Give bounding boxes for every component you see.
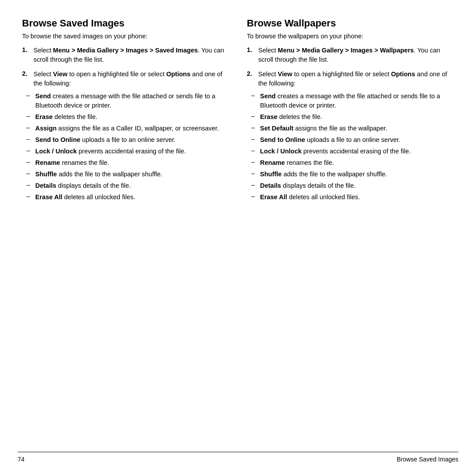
bullet-dash: – (251, 170, 258, 177)
list-item: – Erase deletes the file. (22, 112, 225, 122)
right-intro: To browse the wallpapers on your phone: (247, 33, 450, 40)
left-step-2-content: Select View to open a highlighted file o… (33, 70, 225, 88)
bullet-dash: – (26, 181, 33, 188)
bullet-content: Send to Online uploads a file to an onli… (35, 135, 175, 145)
right-column: Browse Wallpapers To browse the wallpape… (234, 13, 458, 447)
left-section-title: Browse Saved Images (22, 18, 225, 29)
right-step-2: 2. Select View to open a highlighted fil… (247, 70, 450, 204)
list-item: – Send creates a message with the file a… (22, 92, 225, 110)
bullet-dash: – (26, 135, 33, 142)
left-step-2: 2. Select View to open a highlighted fil… (22, 70, 225, 204)
left-numbered-list: 1. Select Menu > Media Gallery > Images … (22, 46, 225, 204)
bullet-dash: – (26, 112, 33, 119)
page-number: 74 (18, 456, 25, 463)
bullet-content: Erase deletes the file. (35, 112, 97, 122)
bullet-content: Erase deletes the file. (260, 112, 322, 122)
bullet-content: Shuffle adds the file to the wallpaper s… (35, 170, 162, 179)
page-footer: 74 Browse Saved Images (18, 452, 458, 463)
list-item: – Erase All deletes all unlocked files. (247, 193, 450, 202)
list-item: – Send to Online uploads a file to an on… (247, 135, 450, 145)
list-item: – Send creates a message with the file a… (247, 92, 450, 110)
left-step-1-content: Select Menu > Media Gallery > Images > S… (33, 46, 225, 64)
bullet-dash: – (251, 135, 258, 142)
page-container: Browse Saved Images To browse the saved … (0, 0, 476, 476)
right-step-1-num: 1. (247, 46, 257, 53)
list-item: – Shuffle adds the file to the wallpaper… (22, 170, 225, 179)
bullet-dash: – (251, 124, 258, 131)
list-item: – Rename renames the file. (247, 158, 450, 167)
list-item: – Erase All deletes all unlocked files. (22, 193, 225, 202)
bullet-dash: – (251, 193, 258, 200)
bullet-content: Send to Online uploads a file to an onli… (260, 135, 400, 145)
left-intro: To browse the saved images on your phone… (22, 33, 225, 40)
bullet-dash: – (26, 170, 33, 177)
bullet-content: Rename renames the file. (35, 158, 109, 167)
list-item: – Assign assigns the file as a Caller ID… (22, 124, 225, 133)
left-step-2-num: 2. (22, 70, 32, 77)
left-column: Browse Saved Images To browse the saved … (18, 13, 234, 447)
left-bullet-list: – Send creates a message with the file a… (22, 92, 225, 204)
bullet-content: Assign assigns the file as a Caller ID, … (35, 124, 219, 133)
list-item: – Erase deletes the file. (247, 112, 450, 122)
bullet-dash: – (26, 158, 33, 165)
main-columns: Browse Saved Images To browse the saved … (18, 13, 458, 447)
bullet-content: Lock / Unlock prevents accidental erasin… (260, 147, 411, 156)
bullet-content: Erase All deletes all unlocked files. (35, 193, 135, 202)
right-step-2-num: 2. (247, 70, 257, 77)
bullet-content: Send creates a message with the file att… (35, 92, 225, 110)
right-step-1: 1. Select Menu > Media Gallery > Images … (247, 46, 450, 64)
bullet-content: Shuffle adds the file to the wallpaper s… (260, 170, 387, 179)
bullet-content: Lock / Unlock prevents accidental erasin… (35, 147, 186, 156)
left-step-1: 1. Select Menu > Media Gallery > Images … (22, 46, 225, 64)
list-item: – Details displays details of the file. (247, 181, 450, 190)
bullet-dash: – (251, 92, 258, 99)
footer-section-label: Browse Saved Images (397, 456, 458, 463)
bullet-content: Send creates a message with the file att… (260, 92, 450, 110)
bullet-dash: – (251, 158, 258, 165)
list-item: – Lock / Unlock prevents accidental eras… (22, 147, 225, 156)
bullet-content: Details displays details of the file. (260, 181, 356, 190)
list-item: – Shuffle adds the file to the wallpaper… (247, 170, 450, 179)
bullet-content: Rename renames the file. (260, 158, 334, 167)
right-section-title: Browse Wallpapers (247, 18, 450, 29)
right-numbered-list: 1. Select Menu > Media Gallery > Images … (247, 46, 450, 204)
bullet-dash: – (251, 147, 258, 154)
list-item: – Lock / Unlock prevents accidental eras… (247, 147, 450, 156)
bullet-dash: – (26, 193, 33, 200)
bullet-dash: – (251, 181, 258, 188)
right-step-2-content: Select View to open a highlighted file o… (258, 70, 450, 88)
list-item: – Details displays details of the file. (22, 181, 225, 190)
bullet-content: Erase All deletes all unlocked files. (260, 193, 360, 202)
bullet-dash: – (251, 112, 258, 119)
list-item: – Set Default assigns the file as the wa… (247, 124, 450, 133)
bullet-content: Set Default assigns the file as the wall… (260, 124, 387, 133)
left-step-1-num: 1. (22, 46, 32, 53)
list-item: – Rename renames the file. (22, 158, 225, 167)
bullet-dash: – (26, 124, 33, 131)
bullet-dash: – (26, 147, 33, 154)
right-step-1-content: Select Menu > Media Gallery > Images > W… (258, 46, 450, 64)
bullet-content: Details displays details of the file. (35, 181, 131, 190)
bullet-dash: – (26, 92, 33, 99)
list-item: – Send to Online uploads a file to an on… (22, 135, 225, 145)
right-bullet-list: – Send creates a message with the file a… (247, 92, 450, 204)
